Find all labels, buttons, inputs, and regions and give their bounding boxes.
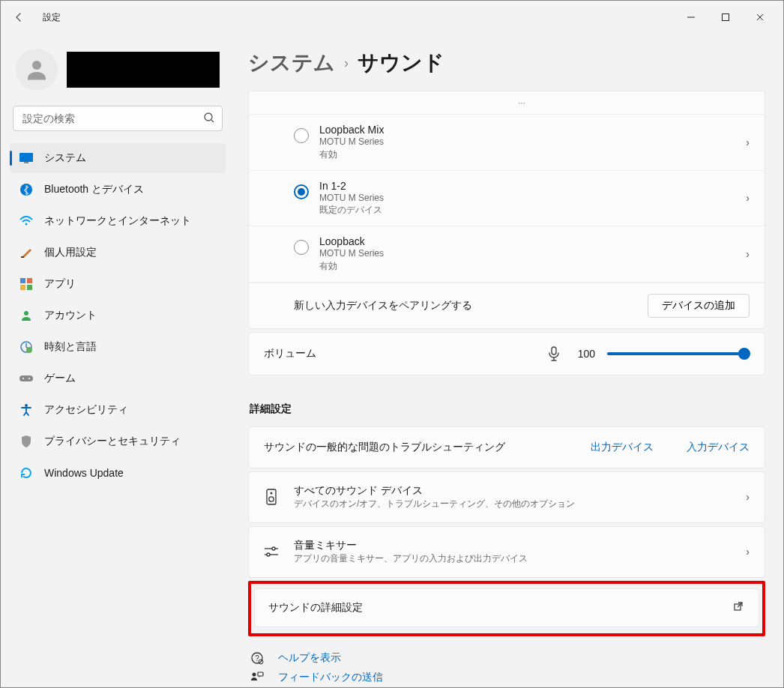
slider-thumb-icon — [738, 348, 750, 360]
truncated-top: ··· — [249, 91, 765, 115]
user-icon — [23, 56, 50, 83]
paintbrush-icon — [19, 245, 34, 260]
arrow-left-icon — [13, 11, 25, 23]
volume-slider[interactable] — [607, 346, 750, 361]
input-device-row[interactable]: In 1-2 MOTU M Series 既定のデバイス › — [249, 171, 765, 227]
svg-rect-21 — [552, 347, 556, 354]
add-device-button[interactable]: デバイスの追加 — [648, 294, 750, 318]
input-devices-link[interactable]: 入力デバイス — [687, 441, 750, 454]
maximize-icon — [721, 13, 730, 22]
nav-label: Windows Update — [44, 467, 124, 479]
apps-icon — [19, 277, 34, 292]
clock-globe-icon — [19, 340, 34, 354]
wifi-icon — [19, 214, 34, 229]
svg-point-33 — [253, 672, 256, 676]
all-sound-devices-row[interactable]: すべてのサウンド デバイス デバイスのオン/オフ、トラブルシューティング、その他… — [248, 471, 765, 523]
device-name: In 1-2 — [319, 180, 746, 192]
nav-label: システム — [44, 151, 86, 165]
svg-rect-12 — [20, 285, 25, 290]
system-icon — [19, 151, 34, 166]
device-model: MOTU M Series — [319, 136, 746, 148]
nav-label: 個人用設定 — [44, 246, 97, 259]
nav-label: アクセシビリティ — [44, 403, 128, 417]
microphone-icon[interactable] — [547, 346, 562, 361]
chevron-right-icon: › — [746, 248, 750, 260]
feedback-icon — [248, 672, 266, 684]
svg-rect-9 — [21, 256, 24, 258]
nav-apps[interactable]: アプリ — [10, 269, 226, 299]
search-input[interactable] — [13, 106, 223, 131]
input-devices-card: ··· Loopback Mix MOTU M Series 有効 › In 1… — [248, 91, 765, 329]
nav-accounts[interactable]: アカウント — [10, 301, 226, 331]
shield-icon — [19, 434, 34, 449]
maximize-button[interactable] — [708, 5, 743, 29]
setting-subtitle: アプリの音量ミキサー、アプリの入力および出力デバイス — [294, 552, 732, 565]
setting-title: 音量ミキサー — [294, 539, 732, 552]
volume-value: 100 — [574, 348, 595, 360]
svg-rect-6 — [24, 162, 28, 163]
setting-subtitle: デバイスのオン/オフ、トラブルシューティング、その他のオプション — [294, 498, 732, 510]
radio-icon[interactable] — [294, 240, 309, 255]
setting-title: サウンドの詳細設定 — [268, 601, 720, 615]
svg-point-19 — [28, 378, 30, 379]
input-device-row[interactable]: Loopback Mix MOTU M Series 有効 › — [249, 115, 765, 171]
external-link-icon — [733, 601, 744, 614]
nav-label: アカウント — [44, 309, 97, 322]
svg-rect-5 — [19, 153, 33, 162]
nav-label: ゲーム — [44, 372, 76, 385]
nav-privacy[interactable]: プライバシーとセキュリティ — [10, 426, 226, 456]
chevron-right-icon: › — [746, 546, 750, 558]
nav-bluetooth[interactable]: Bluetooth とデバイス — [10, 175, 226, 205]
svg-point-14 — [24, 311, 28, 316]
breadcrumb: システム › サウンド — [248, 49, 765, 77]
input-device-row[interactable]: Loopback MOTU M Series 有効 › — [249, 226, 765, 283]
help-link[interactable]: ヘルプを表示 — [278, 651, 341, 665]
nav-label: プライバシーとセキュリティ — [44, 435, 181, 448]
nav-system[interactable]: システム — [10, 143, 226, 173]
chevron-right-icon: › — [344, 55, 349, 71]
chevron-right-icon: › — [746, 136, 750, 148]
svg-point-18 — [22, 378, 24, 379]
nav-personalization[interactable]: 個人用設定 — [10, 238, 226, 268]
help-icon: ? — [248, 651, 266, 665]
breadcrumb-current: サウンド — [358, 49, 444, 77]
volume-label: ボリューム — [264, 347, 316, 360]
gamepad-icon — [19, 371, 34, 386]
device-status: 既定のデバイス — [319, 204, 746, 217]
nav-windows-update[interactable]: Windows Update — [10, 458, 226, 488]
radio-icon[interactable] — [294, 128, 309, 143]
close-button[interactable] — [743, 5, 777, 29]
minimize-button[interactable] — [674, 5, 708, 29]
avatar[interactable] — [16, 49, 58, 91]
svg-rect-13 — [27, 285, 32, 290]
nav-gaming[interactable]: ゲーム — [10, 363, 226, 393]
device-status: 有効 — [319, 260, 746, 273]
svg-point-20 — [25, 404, 28, 407]
nav-label: ネットワークとインターネット — [44, 214, 191, 228]
svg-rect-11 — [27, 278, 32, 283]
advanced-sound-settings-row[interactable]: サウンドの詳細設定 — [254, 588, 759, 627]
device-status: 有効 — [319, 148, 746, 161]
update-icon — [19, 465, 34, 480]
breadcrumb-parent[interactable]: システム — [248, 49, 335, 77]
accessibility-icon — [19, 402, 34, 417]
svg-point-16 — [26, 347, 32, 353]
chevron-right-icon: › — [746, 491, 750, 503]
output-devices-link[interactable]: 出力デバイス — [591, 441, 654, 454]
svg-point-28 — [267, 553, 270, 556]
svg-rect-10 — [20, 278, 25, 283]
minimize-icon — [687, 13, 696, 22]
device-name: Loopback Mix — [319, 124, 746, 136]
nav-network[interactable]: ネットワークとインターネット — [10, 206, 226, 236]
troubleshoot-card: サウンドの一般的な問題のトラブルシューティング 出力デバイス 入力デバイス — [248, 426, 765, 468]
svg-rect-34 — [258, 672, 263, 676]
nav-accessibility[interactable]: アクセシビリティ — [10, 395, 226, 425]
account-icon — [19, 308, 34, 323]
back-button[interactable] — [7, 5, 31, 29]
speaker-icon — [262, 489, 280, 505]
feedback-link[interactable]: フィードバックの送信 — [278, 671, 383, 684]
nav-time-language[interactable]: 時刻と言語 — [10, 332, 226, 362]
radio-icon[interactable] — [294, 184, 309, 199]
svg-point-23 — [271, 492, 273, 495]
volume-mixer-row[interactable]: 音量ミキサー アプリの音量ミキサー、アプリの入力および出力デバイス › — [248, 526, 765, 578]
